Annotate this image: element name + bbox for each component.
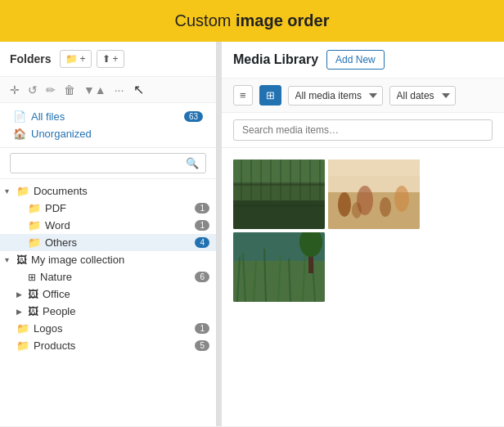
tree-label-documents: Documents <box>34 185 209 197</box>
tree-label-people: People <box>43 305 209 317</box>
svg-rect-12 <box>233 182 325 186</box>
media-search-row <box>222 113 504 148</box>
tree-label-others: Others <box>45 236 195 249</box>
home-icon: 🏠 <box>13 128 26 140</box>
delete-icon[interactable]: 🗑 <box>64 83 75 97</box>
products-badge: 5 <box>195 340 209 351</box>
svg-point-20 <box>394 186 409 212</box>
new-folder-button[interactable]: 📁 + <box>60 50 92 68</box>
tree-item-nature[interactable]: ⊞ Nature 6 <box>0 268 216 285</box>
tree-item-people[interactable]: ▶ 🖼 People <box>0 303 216 320</box>
media-header: Media Library Add New <box>222 42 504 79</box>
all-files-label: All files <box>31 110 65 123</box>
header-title-normal: Custom <box>175 11 236 29</box>
folder-icon: 📁 <box>16 185 29 197</box>
quick-links: 📄 All files 63 🏠 Unorganized <box>0 103 216 148</box>
left-panel: Folders 📁 + ⬆ + ✛ ↺ ✏ 🗑 ▼▲ ··· ↖ 📄 <box>0 42 217 426</box>
pdf-badge: 1 <box>195 203 209 214</box>
panel-divider <box>217 42 222 426</box>
folder-icon: 📁 <box>28 236 41 249</box>
cursor-icon: ↖ <box>133 82 144 97</box>
file-icon: 📄 <box>13 110 26 123</box>
folders-header: Folders 📁 + ⬆ + <box>0 42 216 77</box>
tree-label-logos: Logos <box>34 322 195 335</box>
media-search-wrap <box>233 119 493 141</box>
tree-item-logos[interactable]: 📁 Logos 1 <box>0 320 216 337</box>
folder-plus-icon: 📁 <box>65 53 78 65</box>
move-icon[interactable]: ✛ <box>10 83 20 97</box>
upload-button[interactable]: ⬆ + <box>97 50 124 68</box>
tree-label-image-collection: My image collection <box>31 254 209 266</box>
image-thumb-3[interactable] <box>233 232 325 302</box>
svg-rect-22 <box>328 160 420 176</box>
image-thumb-2[interactable] <box>328 160 420 229</box>
grid-view-icon: ⊞ <box>266 89 275 101</box>
tree-item-documents[interactable]: ▾ 📁 Documents <box>0 182 216 200</box>
folders-title: Folders <box>10 52 52 65</box>
chevron-icon: ▾ <box>5 255 16 264</box>
folder-icon: 📁 <box>16 339 29 352</box>
tree-label-office: Office <box>43 288 209 300</box>
tree-label-nature: Nature <box>40 271 195 283</box>
all-files-badge: 63 <box>184 111 203 122</box>
upload-icon-plus: + <box>113 53 119 65</box>
tree-item-word[interactable]: 📁 Word 1 <box>0 217 216 234</box>
folder-toolbar: ✛ ↺ ✏ 🗑 ▼▲ ··· ↖ <box>0 77 216 103</box>
refresh-icon[interactable]: ↺ <box>28 83 38 97</box>
add-new-button[interactable]: Add New <box>326 50 385 70</box>
tree-item-pdf[interactable]: 📁 PDF 1 <box>0 200 216 217</box>
header: Custom image order <box>0 0 504 42</box>
folder-icon: 📁 <box>28 219 41 231</box>
tree-label-pdf: PDF <box>45 202 195 214</box>
nature-badge: 6 <box>195 272 209 282</box>
right-panel: Media Library Add New ≡ ⊞ All media item… <box>222 42 504 426</box>
image-thumb-1[interactable] <box>233 160 325 229</box>
svg-point-17 <box>338 192 351 217</box>
folder-icon: 📁 <box>28 202 41 214</box>
chevron-icon: ▾ <box>5 187 16 196</box>
media-library-title: Media Library <box>233 52 318 67</box>
image-grid <box>222 148 504 313</box>
logos-badge: 1 <box>195 323 209 334</box>
collection-icon: 🖼 <box>28 305 38 317</box>
chevron-expand-icon: ▶ <box>16 308 28 316</box>
list-view-button[interactable]: ≡ <box>233 85 253 106</box>
svg-rect-13 <box>233 205 325 207</box>
media-toolbar: ≡ ⊞ All media items All dates <box>222 79 504 113</box>
sort-icon[interactable]: ▼▲ <box>83 83 106 97</box>
tree-label-products: Products <box>34 339 195 352</box>
unorganized-label: Unorganized <box>31 128 92 140</box>
tree-item-others[interactable]: 📁 Others 4 <box>0 234 216 251</box>
folder-icon: 📁 <box>16 322 29 335</box>
upload-icon: ⬆ <box>102 53 110 65</box>
filter-dates-select[interactable]: All dates <box>389 86 456 106</box>
folder-tree: ▾ 📁 Documents 📁 PDF 1 📁 Word 1 📁 <box>0 179 216 426</box>
svg-point-19 <box>380 197 391 217</box>
chevron-expand-icon: ▶ <box>16 290 28 299</box>
word-badge: 1 <box>195 220 209 231</box>
others-badge: 4 <box>195 237 209 248</box>
folder-search-row: 🔍 <box>0 148 216 179</box>
svg-point-21 <box>352 202 362 218</box>
header-title-bold: image order <box>236 11 329 29</box>
grid-icon: ⊞ <box>28 272 36 283</box>
folder-search-wrap: 🔍 <box>10 153 206 173</box>
collection-icon: 🖼 <box>16 254 27 266</box>
tree-label-word: Word <box>45 219 195 231</box>
folder-search-input[interactable] <box>17 158 186 169</box>
filter-type-select[interactable]: All media items <box>288 86 383 106</box>
new-folder-icon-plus: + <box>80 53 86 65</box>
tree-item-products[interactable]: 📁 Products 5 <box>0 337 216 354</box>
tree-item-image-collection[interactable]: ▾ 🖼 My image collection <box>0 251 216 268</box>
media-search-input[interactable] <box>242 124 484 136</box>
unorganized-link[interactable]: 🏠 Unorganized <box>10 125 206 142</box>
collection-icon: 🖼 <box>28 288 38 300</box>
list-view-icon: ≡ <box>240 89 246 101</box>
search-icon: 🔍 <box>186 157 199 169</box>
tree-item-office[interactable]: ▶ 🖼 Office <box>0 285 216 303</box>
grid-view-button[interactable]: ⊞ <box>259 85 281 106</box>
all-files-link[interactable]: 📄 All files 63 <box>10 108 206 125</box>
more-icon[interactable]: ··· <box>115 83 124 97</box>
svg-rect-2 <box>233 160 325 184</box>
edit-icon[interactable]: ✏ <box>46 83 56 97</box>
